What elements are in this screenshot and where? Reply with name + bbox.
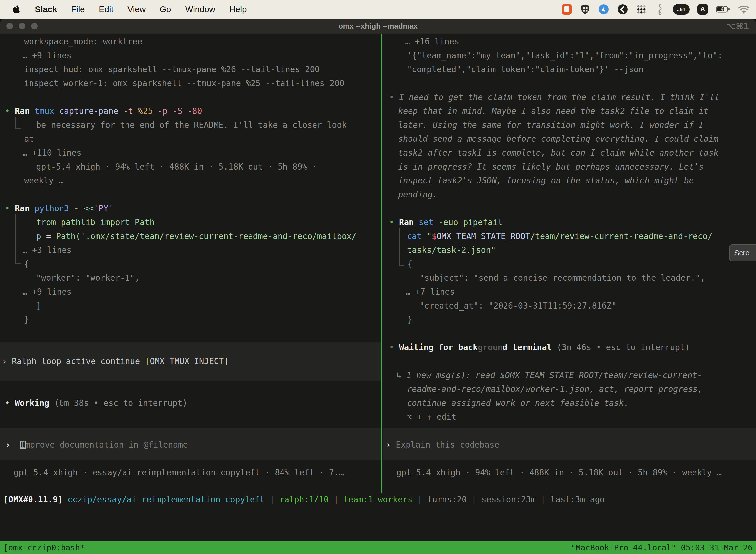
terminal-line <box>0 90 381 104</box>
terminal-line <box>0 188 381 202</box>
screen-overlay-tooltip: Scre <box>729 244 756 261</box>
terminal-line <box>0 340 381 354</box>
apple-menu-icon[interactable] <box>13 5 21 14</box>
terminal-output-right: … +16 lines'{"team_name":"my-team","task… <box>383 35 756 480</box>
terminal-line: • I need to get the claim token from the… <box>383 90 756 104</box>
minimize-window-button[interactable] <box>19 23 25 29</box>
network-speed-icon[interactable] <box>598 4 609 15</box>
app-menu-items: SlackFileEditViewGoWindowHelp <box>21 4 247 14</box>
terminal-line: ⌥ + ↑ edit <box>383 410 756 424</box>
terminal-line <box>383 76 756 90</box>
terminal-line: readme-and-reco/mailbox/worker-1.json, a… <box>383 382 756 396</box>
assistant-a-icon[interactable]: A <box>697 4 708 15</box>
terminal-line: } <box>383 313 756 327</box>
terminal-line: "completed","claim_token":"claim-token"}… <box>383 63 756 76</box>
terminal-line: { <box>383 257 756 271</box>
terminal-line <box>0 382 381 396</box>
terminal-line: { <box>0 257 381 271</box>
terminal-line: at <box>0 132 381 146</box>
tmux-status-bar: [omx-cczip0:bash* "MacBook-Pro-44.local"… <box>0 541 756 554</box>
terminal-line: pending. <box>383 188 756 202</box>
menu-bar: SlackFileEditViewGoWindowHelp ..61 A <box>0 0 756 19</box>
terminal-line: › Ralph loop active continue [OMX_TMUX_I… <box>0 354 381 368</box>
chat-app-icon[interactable] <box>562 4 572 15</box>
terminal-line <box>0 424 381 438</box>
terminal-line: be necessary for the end of the README. … <box>0 118 381 132</box>
terminal-line: … +9 lines <box>0 49 381 63</box>
terminal-line: from pathlib import Path <box>0 215 381 229</box>
terminal-line: '{"team_name":"my-team","task_id":"1","f… <box>383 49 756 63</box>
terminal-output-left: workspace_mode: worktree… +9 linesinspec… <box>0 35 381 480</box>
tmux-terminal: workspace_mode: worktree… +9 linesinspec… <box>0 34 756 541</box>
terminal-line: gpt-5.4 xhigh · 94% left · 488K in · 5.1… <box>383 466 756 480</box>
terminal-line: • Ran python3 - <<'PY' <box>0 202 381 215</box>
terminal-line: is in progress? It seems likely but perh… <box>383 160 756 174</box>
terminal-line: gpt-5.4 xhigh · essay/ai-reimplementatio… <box>0 466 381 480</box>
window-titlebar: omx --xhigh --madmax ⌥⌘1 <box>0 19 756 34</box>
terminal-line: should send a message before completing … <box>383 132 756 146</box>
terminal-window: omx --xhigh --madmax ⌥⌘1 workspace_mode:… <box>0 19 756 554</box>
terminal-line <box>383 424 756 438</box>
hook-icon[interactable] <box>655 4 665 15</box>
tmux-host-clock-label: "MacBook-Pro-44.local" 05:03 31-Mar-26 <box>571 543 753 552</box>
battery-percent-badge-icon[interactable]: ..61 <box>673 4 690 15</box>
terminal-line: › Explain this codebase <box>383 438 756 452</box>
tmux-pane-left: workspace_mode: worktree… +9 linesinspec… <box>0 34 381 493</box>
pane-divider[interactable] <box>381 34 382 493</box>
terminal-line: … +7 lines <box>383 285 756 299</box>
terminal-line: • Ran tmux capture-pane -t %25 -p -S -80 <box>0 104 381 118</box>
terminal-line: ] <box>0 299 381 313</box>
terminal-line: • Ran set -euo pipefail <box>383 215 756 229</box>
terminal-line: [OMX#0.11.9] cczip/essay/ai-reimplementa… <box>0 493 756 507</box>
terminal-line <box>0 327 381 340</box>
menu-bar-status-icons: ..61 A <box>562 4 750 15</box>
terminal-line: inspect task2's JSON, focusing on the st… <box>383 174 756 188</box>
zoom-window-button[interactable] <box>31 23 38 29</box>
traffic-lights <box>6 23 38 29</box>
play-badge-icon[interactable] <box>617 4 628 15</box>
terminal-line: gpt-5.4 xhigh · 94% left · 488K in · 5.1… <box>0 160 381 174</box>
dots-grid-icon[interactable] <box>636 4 647 15</box>
terminal-line: … +110 lines <box>0 146 381 160</box>
menu-item-slack[interactable]: Slack <box>35 4 57 14</box>
terminal-line: p = Path('.omx/state/team/review-current… <box>0 229 381 243</box>
menu-item-help[interactable]: Help <box>230 4 247 14</box>
grid-shield-icon[interactable] <box>580 4 590 15</box>
terminal-line: • Waiting for background terminal (3m 46… <box>383 340 756 354</box>
terminal-line: "subject": "send a concise recommendatio… <box>383 271 756 285</box>
terminal-line: later. Using the same for transition mig… <box>383 118 756 132</box>
terminal-line: "worker": "worker-1", <box>0 271 381 285</box>
battery-icon[interactable] <box>716 6 730 13</box>
terminal-line <box>0 452 381 466</box>
menu-item-edit[interactable]: Edit <box>99 4 114 14</box>
terminal-line: inspect_hud: omx sparkshell --tmux-pane … <box>0 63 381 76</box>
terminal-line <box>383 452 756 466</box>
terminal-line: "created_at": "2026-03-31T11:59:27.816Z" <box>383 299 756 313</box>
terminal-line: weekly … <box>0 174 381 188</box>
menu-item-window[interactable]: Window <box>185 4 215 14</box>
terminal-line <box>383 202 756 215</box>
omx-status-line: [OMX#0.11.9] cczip/essay/ai-reimplementa… <box>0 493 756 507</box>
terminal-line: ↳ 1 new msg(s): read $OMX_TEAM_STATE_ROO… <box>383 368 756 382</box>
terminal-line: tasks/task-2.json" <box>383 243 756 257</box>
terminal-line: keep that in mind. Maybe I also need the… <box>383 104 756 118</box>
terminal-line: cat "$OMX_TEAM_STATE_ROOT/team/review-cu… <box>383 229 756 243</box>
close-window-button[interactable] <box>6 23 13 29</box>
terminal-line <box>383 354 756 368</box>
terminal-line <box>0 368 381 382</box>
menu-item-file[interactable]: File <box>71 4 85 14</box>
terminal-line: … +9 lines <box>0 285 381 299</box>
terminal-line: • Working (6m 38s • esc to interrupt) <box>0 396 381 410</box>
terminal-line: … +16 lines <box>383 35 756 49</box>
tmux-session-label: [omx-cczip0:bash* <box>3 543 85 552</box>
terminal-line: } <box>0 313 381 327</box>
terminal-line: › Improve documentation in @filename <box>0 438 381 452</box>
menu-item-go[interactable]: Go <box>160 4 171 14</box>
window-shortcut-hint: ⌥⌘1 <box>726 21 749 31</box>
wifi-icon[interactable] <box>738 5 750 14</box>
tmux-pane-right: … +16 lines'{"team_name":"my-team","task… <box>383 34 756 493</box>
window-title: omx --xhigh --madmax <box>338 22 418 30</box>
terminal-line <box>0 410 381 424</box>
menu-item-view[interactable]: View <box>127 4 145 14</box>
terminal-line: task2 after task1 is complete, but can I… <box>383 146 756 160</box>
